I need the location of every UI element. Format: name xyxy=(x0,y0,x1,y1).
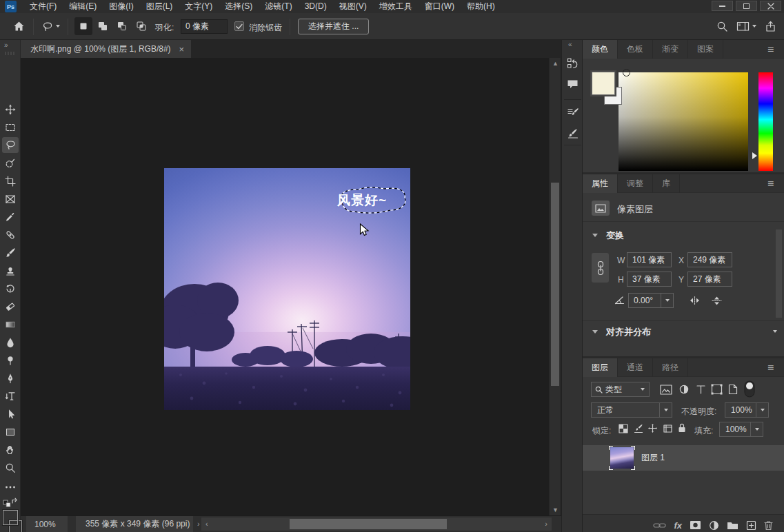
link-dimensions-toggle[interactable] xyxy=(592,253,609,283)
fill-dropdown[interactable]: 100% xyxy=(719,422,763,437)
workspace-switcher-icon[interactable] xyxy=(732,17,760,35)
new-selection-mode-button[interactable] xyxy=(74,17,92,35)
lasso-tool-preset[interactable] xyxy=(39,17,62,35)
object-selection-tool[interactable] xyxy=(2,155,19,171)
layer-thumbnail[interactable] xyxy=(610,447,634,469)
subtract-from-selection-mode-button[interactable] xyxy=(113,17,131,35)
select-and-mask-button[interactable]: 选择并遮住 ... xyxy=(298,19,369,34)
expand-tools-icon[interactable]: » xyxy=(4,41,7,49)
document-tab-close-icon[interactable]: × xyxy=(179,44,185,54)
close-button[interactable] xyxy=(760,1,781,11)
vertical-scroll-thumb[interactable] xyxy=(551,183,559,386)
menu-window[interactable]: 窗口(W) xyxy=(419,0,461,13)
flip-horizontal-icon[interactable] xyxy=(689,296,701,305)
crop-tool[interactable] xyxy=(2,173,19,189)
comments-panel-icon[interactable] xyxy=(565,76,581,92)
height-input[interactable] xyxy=(627,272,672,287)
tab-layers[interactable]: 图层 xyxy=(583,358,618,377)
document-image[interactable]: 风景好~ xyxy=(164,168,410,410)
eyedropper-tool[interactable] xyxy=(2,209,19,225)
lasso-tool[interactable] xyxy=(2,137,19,153)
collapse-dock-icon[interactable]: « xyxy=(568,41,571,48)
search-icon[interactable] xyxy=(713,17,731,35)
new-adjustment-layer-icon[interactable] xyxy=(709,520,719,531)
eraser-tool[interactable] xyxy=(2,298,19,314)
tab-gradients[interactable]: 渐变 xyxy=(653,40,688,59)
filter-type-layers-icon[interactable] xyxy=(696,385,706,394)
history-brush-tool[interactable] xyxy=(2,280,19,296)
lock-pixels-icon[interactable] xyxy=(634,424,643,433)
lock-artboard-icon[interactable] xyxy=(663,424,673,433)
tab-libraries[interactable]: 库 xyxy=(653,174,680,193)
hue-slider-pointer[interactable] xyxy=(752,152,757,159)
link-layers-icon[interactable] xyxy=(653,522,666,529)
zoom-tool[interactable] xyxy=(2,460,19,475)
tab-adjustments[interactable]: 调整 xyxy=(618,174,653,193)
brush-tool[interactable] xyxy=(2,245,19,260)
canvas-vertical-scrollbar[interactable]: ▲ ▼ xyxy=(549,58,561,515)
swap-colors-icon[interactable] xyxy=(2,493,19,509)
transform-collapse-icon[interactable] xyxy=(592,234,598,237)
layer-name[interactable]: 图层 1 xyxy=(641,452,665,464)
path-selection-tool[interactable] xyxy=(2,406,19,422)
menu-view[interactable]: 视图(V) xyxy=(333,0,373,13)
menu-filter[interactable]: 滤镜(T) xyxy=(259,0,298,13)
canvas-horizontal-scrollbar[interactable]: ‹ › xyxy=(201,518,552,531)
menu-edit[interactable]: 编辑(E) xyxy=(63,0,103,13)
hand-tool[interactable] xyxy=(2,442,19,458)
status-zoom-level[interactable]: 100% xyxy=(26,516,68,532)
properties-panel-menu-icon[interactable]: ≡ xyxy=(767,174,778,193)
y-input[interactable] xyxy=(687,272,732,287)
lock-all-icon[interactable] xyxy=(677,422,687,433)
color-saturation-field[interactable] xyxy=(619,72,748,171)
edit-toolbar-icon[interactable] xyxy=(2,479,19,495)
clone-stamp-tool[interactable] xyxy=(2,263,19,278)
menu-3d[interactable]: 3D(D) xyxy=(299,0,333,13)
menu-help[interactable]: 帮助(H) xyxy=(461,0,501,13)
menu-image[interactable]: 图像(I) xyxy=(103,0,139,13)
share-icon[interactable] xyxy=(761,17,779,35)
home-button[interactable] xyxy=(10,17,28,35)
tab-color[interactable]: 颜色 xyxy=(583,40,618,59)
color-panel-menu-icon[interactable]: ≡ xyxy=(767,40,778,59)
tab-swatches[interactable]: 色板 xyxy=(618,40,653,59)
add-layer-mask-icon[interactable] xyxy=(690,520,701,530)
layer-row[interactable]: 图层 1 xyxy=(583,445,784,471)
rectangle-tool[interactable] xyxy=(2,424,19,440)
healing-brush-tool[interactable] xyxy=(2,227,19,243)
scroll-up-icon[interactable]: ▲ xyxy=(552,60,559,67)
lock-transparency-icon[interactable] xyxy=(619,424,629,434)
menu-file[interactable]: 文件(F) xyxy=(23,0,63,13)
hue-slider[interactable] xyxy=(758,72,773,171)
brush-settings-panel-icon[interactable] xyxy=(565,105,581,121)
menu-select[interactable]: 选择(S) xyxy=(219,0,259,13)
layers-panel-menu-icon[interactable]: ≡ xyxy=(767,358,778,377)
document-tab[interactable]: 水印啊.png @ 100% (图层 1, RGB/8#) × xyxy=(21,40,191,58)
gradient-tool[interactable] xyxy=(2,316,19,332)
tab-properties[interactable]: 属性 xyxy=(583,174,618,193)
antialias-checkbox[interactable] xyxy=(234,21,244,31)
horizontal-scroll-thumb[interactable] xyxy=(290,519,447,529)
layer-style-fx-icon[interactable]: fx xyxy=(674,520,682,531)
marquee-tool[interactable] xyxy=(2,119,19,135)
width-input[interactable] xyxy=(627,252,672,267)
x-input[interactable] xyxy=(687,252,732,267)
dodge-tool[interactable] xyxy=(2,352,19,368)
scroll-left-icon[interactable]: ‹ xyxy=(205,520,208,528)
add-to-selection-mode-button[interactable] xyxy=(94,17,112,35)
feather-input[interactable] xyxy=(181,19,228,34)
filter-toggle-switch[interactable] xyxy=(744,380,755,398)
filter-adjustment-layers-icon[interactable] xyxy=(679,384,690,395)
menu-type[interactable]: 文字(Y) xyxy=(179,0,219,13)
maximize-button[interactable] xyxy=(736,1,757,11)
angle-dropdown-icon[interactable] xyxy=(661,293,674,308)
filter-smart-objects-icon[interactable] xyxy=(728,384,738,395)
tab-paths[interactable]: 路径 xyxy=(653,358,688,377)
blend-mode-dropdown[interactable]: 正常 xyxy=(591,402,672,418)
angle-input[interactable] xyxy=(628,293,661,308)
layer-filter-type-dropdown[interactable]: 类型 xyxy=(591,382,650,397)
minimize-button[interactable] xyxy=(712,1,733,11)
foreground-color-swatch[interactable] xyxy=(3,510,18,525)
filter-shape-layers-icon[interactable] xyxy=(711,384,723,395)
opacity-dropdown[interactable]: 100% xyxy=(725,402,769,418)
